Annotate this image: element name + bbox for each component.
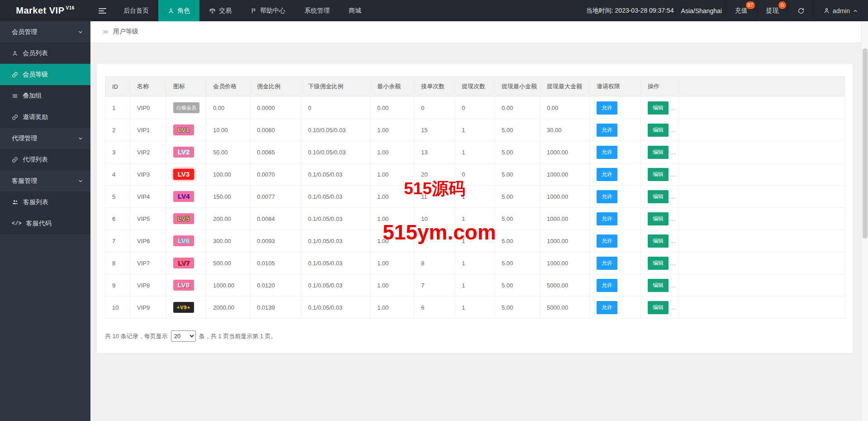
invite-allow-button[interactable]: 允许 [597,168,617,181]
cell-action: 编辑… [641,163,679,186]
sidebar-item-1-2[interactable]: 会员等级 [0,64,90,85]
invite-allow-button[interactable]: 允许 [597,257,617,270]
sidebar-item-2-1[interactable]: 代理列表 [0,149,90,170]
sidebar-item-label: 客服列表 [23,198,48,206]
cell-action: 编辑… [641,141,679,163]
nav-item-label: 商城 [349,7,361,15]
column-header-withdraw_max: 提现最大金额 [540,77,590,97]
cell-name: VIP7 [130,252,166,274]
cell-commission: 0.0105 [250,252,301,274]
table-row: 5VIP4LV4150.000.00770.1/0.05/0.031.00111… [105,186,845,208]
cell-name: VIP3 [130,163,166,186]
more-actions-button[interactable]: … [670,260,676,267]
more-actions-button[interactable]: … [670,282,676,289]
refresh-icon [797,7,805,14]
table-row: 4VIP3LV3100.000.00700.1/0.05/0.031.00200… [105,163,845,186]
edit-button[interactable]: 编辑 [648,190,669,203]
edit-button[interactable]: 编辑 [648,301,669,314]
cell-min_balance: 1.00 [370,119,414,141]
nav-item-2[interactable]: 角色 [158,0,199,21]
cell-commission: 0.0077 [250,186,301,208]
cell-orders: 7 [414,274,455,297]
cell-withdraw_times: 1 [455,119,495,141]
more-actions-button[interactable]: … [670,105,676,111]
sidebar-item-3-2[interactable]: </>客服代码 [0,213,90,234]
list-icon [12,93,18,99]
edit-button[interactable]: 编辑 [648,234,669,248]
scrollbar-thumb[interactable] [863,48,868,239]
sidebar-toggle-icon[interactable] [90,0,114,21]
withdraw-label: 提现 [766,7,779,15]
nav-item-1[interactable]: 后台首页 [114,0,158,21]
edit-button[interactable]: 编辑 [648,168,669,181]
invite-allow-button[interactable]: 允许 [597,146,617,159]
sidebar-item-label: 代理列表 [23,156,48,164]
refresh-button[interactable] [788,0,814,21]
edit-button[interactable]: 编辑 [648,257,669,270]
invite-allow-button[interactable]: 允许 [597,212,617,225]
nav-item-4[interactable]: 帮助中心 [241,0,295,21]
nav-item-6[interactable]: 商城 [339,0,371,21]
app-logo[interactable]: Market VIP V16 [0,0,90,21]
edit-button[interactable]: 编辑 [648,212,669,225]
page-scrollbar[interactable] [861,21,868,421]
cell-min_balance: 1.00 [370,252,414,274]
more-actions-button[interactable]: … [670,193,676,200]
cell-action: 编辑… [641,186,679,208]
invite-allow-button[interactable]: 允许 [597,101,617,115]
invite-allow-button[interactable]: 允许 [597,190,617,203]
user-menu[interactable]: admin [814,0,868,21]
level-badge-lv6: LV6 [173,235,194,246]
cell-price: 2000.00 [206,297,250,319]
nav-item-5[interactable]: 系统管理 [295,0,339,21]
invite-allow-button[interactable]: 允许 [597,279,617,292]
flag-icon [251,8,257,14]
cell-withdraw_max: 1000.00 [540,186,590,208]
cell-action: 编辑… [641,208,679,230]
cell-filler [679,97,845,119]
cell-withdraw_min: 5.00 [495,297,540,319]
cell-invite: 允许 [590,119,641,141]
cell-sub_commission: 0.1/0.05/0.03 [301,297,370,319]
more-actions-button[interactable]: … [670,149,676,156]
more-actions-button[interactable]: … [670,215,676,222]
sidebar-item-1-1[interactable]: 会员列表 [0,43,90,64]
cell-icon: 白银会员 [166,97,206,119]
column-header-filler [679,77,845,97]
nav-item-3[interactable]: 交易 [199,0,241,21]
edit-button[interactable]: 编辑 [648,146,669,159]
recharge-button[interactable]: 充值 87 [726,0,757,21]
page-size-select[interactable]: 20 [171,330,196,342]
table-row: 1VIP0白银会员0.000.000000.00000.000.00允许编辑… [105,97,845,119]
cell-sub_commission: 0.1/0.05/0.03 [301,274,370,297]
more-actions-button[interactable]: … [670,171,676,178]
edit-button[interactable]: 编辑 [648,279,669,292]
edit-button[interactable]: 编辑 [648,124,669,137]
cell-filler [679,186,845,208]
sidebar-item-3-1[interactable]: 客服列表 [0,191,90,213]
cell-withdraw_times: 1 [455,141,495,163]
more-actions-button[interactable]: … [670,127,676,134]
cell-withdraw_times: 0 [455,163,495,186]
cell-withdraw_max: 5000.00 [540,274,590,297]
more-actions-button[interactable]: … [670,238,676,244]
sidebar-item-1-4[interactable]: 邀请奖励 [0,106,90,128]
more-actions-button[interactable]: … [670,304,676,311]
cell-withdraw_min: 5.00 [495,274,540,297]
nav-item-label: 系统管理 [304,7,330,15]
sidebar-group-3[interactable]: 客服管理 [0,170,90,191]
cell-id: 2 [105,119,130,141]
edit-button[interactable]: 编辑 [648,101,669,115]
sidebar-item-1-3[interactable]: 叠加组 [0,85,90,106]
sidebar-group-2[interactable]: 代理管理 [0,128,90,149]
invite-allow-button[interactable]: 允许 [597,124,617,137]
cell-id: 9 [105,274,130,297]
invite-allow-button[interactable]: 允许 [597,234,617,248]
cell-icon: LV3 [166,163,206,186]
invite-allow-button[interactable]: 允许 [597,301,617,314]
sidebar-group-1[interactable]: 会员管理 [0,21,90,43]
withdraw-button[interactable]: 提现 0 [757,0,788,21]
cell-orders: 8 [414,252,455,274]
table-row: 2VIP1LV110.000.00600.10/0.05/0.031.00151… [105,119,845,141]
link-icon [12,72,18,78]
